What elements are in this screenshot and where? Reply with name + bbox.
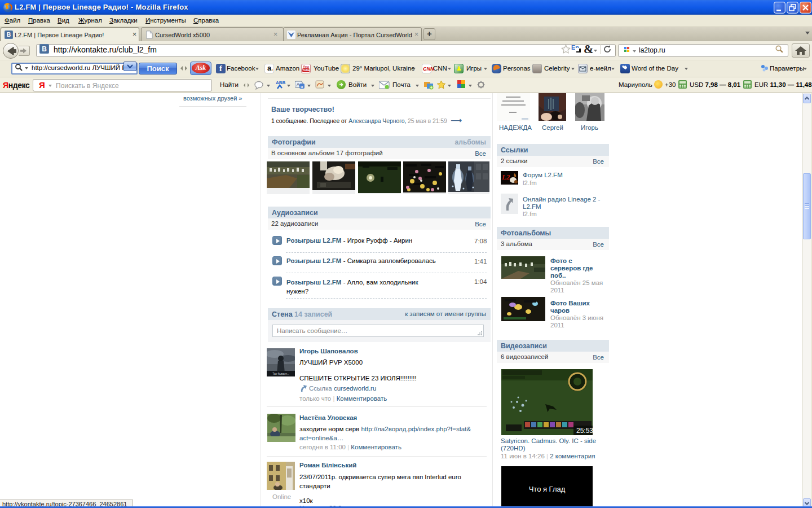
svg-text:я: я bbox=[301, 84, 303, 89]
svg-text:ABB: ABB bbox=[276, 80, 286, 85]
svg-text:B: B bbox=[7, 32, 11, 38]
svg-text:Так бывает...: Так бывает... bbox=[272, 372, 289, 375]
svg-text:B: B bbox=[42, 45, 47, 53]
svg-text:L2: L2 bbox=[501, 173, 510, 181]
svg-text:A: A bbox=[297, 82, 300, 87]
svg-text:25:53: 25:53 bbox=[576, 427, 593, 435]
